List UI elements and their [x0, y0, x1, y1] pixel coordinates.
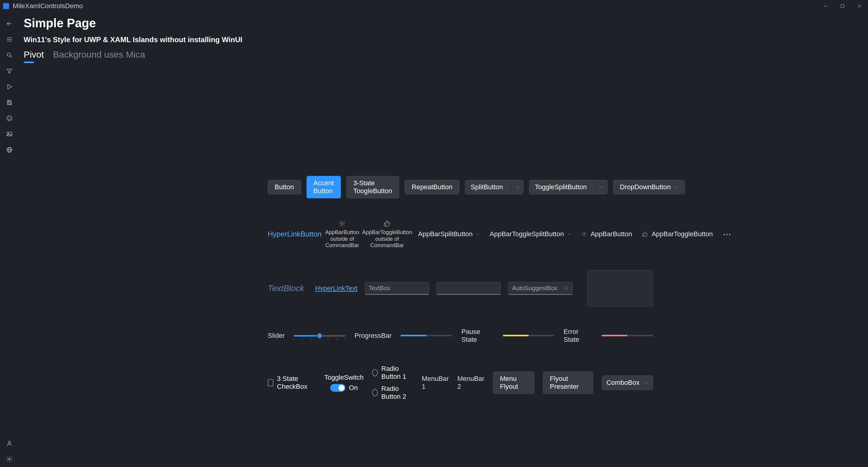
appbar-toggle-split-label: AppBarToggleSplitButton: [490, 230, 564, 238]
button-toggle-split[interactable]: ToggleSplitButton: [529, 180, 607, 194]
maximize-icon: [840, 4, 845, 8]
nav-back[interactable]: [3, 18, 16, 30]
button-repeat[interactable]: RepeatButton: [405, 180, 460, 194]
row-sliders: Slider ProgressBar Pause State Error Sta…: [268, 328, 653, 343]
chevron-down-icon[interactable]: [512, 180, 523, 194]
nav-settings[interactable]: [3, 453, 16, 465]
dropdown-button-label: DropDownButton: [620, 183, 671, 191]
appbar-button[interactable]: AppBarButton: [578, 228, 635, 240]
nav-rail: [0, 12, 19, 467]
close-icon: [857, 4, 862, 8]
richeditbox[interactable]: [587, 270, 653, 307]
row-misc: 3 State CheckBox ToggleSwitch On Radio B…: [268, 365, 653, 401]
smile-icon: [6, 115, 13, 122]
tab-background-mica[interactable]: Background uses Mica: [53, 49, 145, 66]
svg-point-14: [8, 118, 9, 118]
radio-ring-icon: [372, 389, 377, 396]
nav-search[interactable]: [3, 49, 16, 61]
appbar-toggle-button[interactable]: AppBarToggleButton: [639, 228, 716, 240]
nav-emoji[interactable]: [3, 112, 16, 124]
chevron-down-icon: [475, 230, 480, 238]
gear-icon: [338, 220, 346, 227]
chevron-down-icon[interactable]: [595, 180, 607, 194]
button-split[interactable]: SplitButton: [465, 180, 524, 194]
save-icon: [6, 99, 13, 106]
svg-point-22: [8, 458, 10, 460]
minimize-icon: [823, 4, 828, 8]
filter-icon: [6, 68, 13, 74]
minimize-button[interactable]: [817, 0, 834, 12]
progressbar-error: [601, 335, 653, 336]
close-button[interactable]: [851, 0, 868, 12]
app-icon: [3, 3, 9, 9]
svg-point-27: [564, 286, 567, 289]
nav-filter[interactable]: [3, 65, 16, 77]
radio-2[interactable]: Radio Button 2: [372, 385, 413, 401]
passwordbox[interactable]: [436, 282, 501, 295]
nav-save[interactable]: [3, 96, 16, 108]
radio-1[interactable]: Radio Button 1: [372, 365, 413, 380]
controls-panel: Button Accent Button 3-State ToogleButto…: [268, 176, 653, 422]
image-icon: [6, 131, 13, 137]
appbar-split-button[interactable]: AppBarSplitButton: [415, 228, 483, 240]
button-standard[interactable]: Button: [268, 180, 301, 194]
menubar-2[interactable]: MenuBar 2: [457, 375, 485, 391]
svg-point-8: [7, 53, 11, 57]
autosuggestbox[interactable]: AutoSuggestBox: [508, 282, 572, 295]
svg-point-25: [583, 234, 585, 235]
hyperlink-text[interactable]: HyperLinkText: [315, 285, 357, 292]
toggleswitch-group: ToggleSwitch On: [324, 374, 364, 392]
maximize-button[interactable]: [834, 0, 851, 12]
toggleswitch[interactable]: [330, 384, 345, 392]
appbartogglebutton-outside-label: AppBarToggleButton outside of CommandBar: [362, 229, 412, 249]
appbar-split-label: AppBarSplitButton: [418, 230, 473, 238]
hyperlink-button[interactable]: HyperLinkButton: [268, 230, 321, 238]
appbartogglebutton-outside[interactable]: AppBarToggleButton outside of CommandBar: [363, 220, 411, 249]
slider[interactable]: [294, 332, 345, 339]
tab-pivot[interactable]: Pivot: [24, 49, 44, 66]
textbox[interactable]: TextBox: [365, 282, 429, 295]
pause-state-label: Pause State: [461, 328, 494, 343]
window-controls: [817, 0, 868, 12]
svg-line-28: [567, 289, 568, 291]
chevron-down-icon: [567, 230, 571, 238]
textblock: TextBlock: [268, 283, 304, 293]
svg-rect-12: [8, 103, 10, 105]
svg-line-9: [10, 56, 12, 58]
more-button[interactable]: ⋯: [720, 229, 735, 239]
radio-2-label: Radio Button 2: [381, 385, 413, 401]
button-accent[interactable]: Accent Button: [307, 176, 341, 198]
svg-point-21: [8, 441, 10, 443]
combobox[interactable]: ComboBox: [602, 375, 653, 390]
combobox-label: ComboBox: [607, 379, 640, 387]
appbarbutton-outside[interactable]: AppBarButton outside of CommandBar: [325, 220, 359, 249]
svg-point-13: [7, 116, 12, 121]
nav-web[interactable]: [3, 144, 16, 156]
toggleswitch-label: ToggleSwitch: [324, 374, 364, 381]
svg-marker-10: [8, 85, 12, 89]
nav-account[interactable]: [3, 437, 16, 449]
appbarbutton-outside-label: AppBarButton outside of CommandBar: [325, 229, 359, 249]
menubar-1[interactable]: MenuBar 1: [422, 375, 449, 391]
flyout-presenter-button[interactable]: Flyout Presenter: [543, 371, 594, 394]
nav-play[interactable]: [3, 81, 16, 93]
button-toggle-3state[interactable]: 3-State ToogleButton: [346, 176, 399, 198]
svg-rect-1: [841, 5, 844, 8]
appbar-button-label: AppBarButton: [591, 230, 632, 238]
main: Simple Page Win11's Style for UWP & XAML…: [19, 12, 868, 467]
arrow-left-icon: [6, 20, 13, 27]
checkbox-3state[interactable]: 3 State CheckBox: [268, 375, 316, 391]
svg-rect-26: [643, 234, 644, 237]
autosuggest-placeholder: AutoSuggestBox: [512, 285, 557, 292]
checkbox-label: 3 State CheckBox: [277, 375, 316, 391]
nav-image[interactable]: [3, 128, 16, 140]
row-appbar: HyperLinkButton AppBarButton outside of …: [268, 220, 653, 249]
page-title: Simple Page: [24, 16, 868, 30]
toggle-split-button-label: ToggleSplitButton: [529, 180, 592, 194]
appbar-toggle-split-button[interactable]: AppBarToggleSplitButton: [487, 228, 574, 240]
button-dropdown[interactable]: DropDownButton: [613, 180, 685, 194]
nav-menu[interactable]: [3, 33, 16, 45]
progressbar: [401, 335, 452, 336]
menu-flyout-button[interactable]: Menu Flyout: [493, 371, 534, 394]
progressbar-pause: [503, 335, 555, 336]
